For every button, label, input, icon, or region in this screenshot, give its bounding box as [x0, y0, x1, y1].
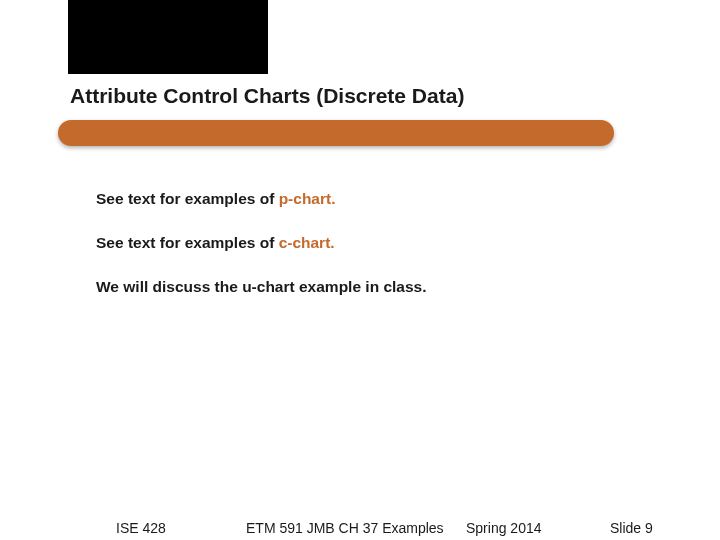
slide-body: See text for examples of p-chart. See te…	[96, 190, 636, 322]
footer-slide-number: Slide 9	[610, 520, 653, 536]
body-line-1-prefix: See text for examples of	[96, 190, 279, 207]
title-underline-bar	[58, 120, 614, 146]
slide-title: Attribute Control Charts (Discrete Data)	[70, 84, 464, 108]
body-line-3: We will discuss the u-chart example in c…	[96, 278, 636, 296]
body-line-1: See text for examples of p-chart.	[96, 190, 636, 208]
body-line-2: See text for examples of c-chart.	[96, 234, 636, 252]
body-line-2-prefix: See text for examples of	[96, 234, 279, 251]
p-chart-text: p-chart.	[279, 190, 336, 207]
footer-term: Spring 2014	[466, 520, 542, 536]
footer-ext: ETM 591 JMB CH 37 Examples	[246, 520, 444, 536]
header-black-box	[68, 0, 268, 74]
c-chart-text: c-chart.	[279, 234, 335, 251]
footer-course: ISE 428	[116, 520, 166, 536]
